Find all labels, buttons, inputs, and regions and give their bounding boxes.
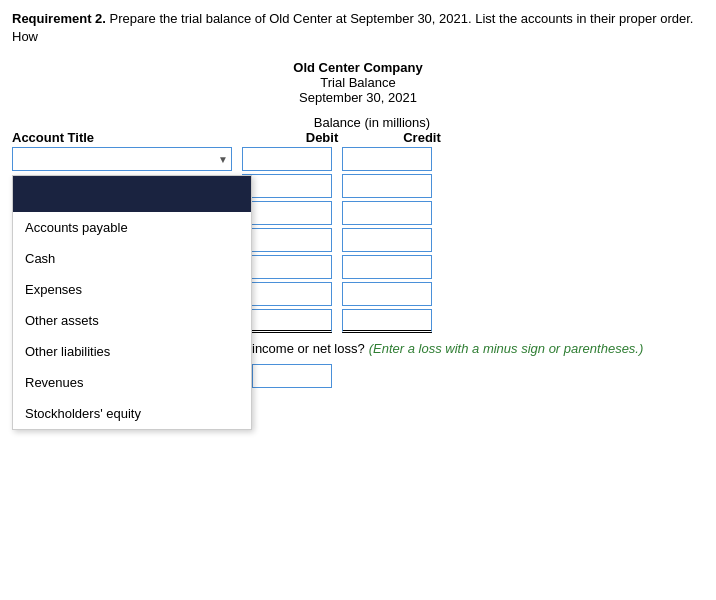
col-debit-header: Debit [272,130,372,145]
dropdown-item-expenses[interactable]: Expenses [13,274,251,305]
dropdown-item-accounts-payable[interactable]: Accounts payable [13,212,251,243]
dropdown-item-revenues[interactable]: Revenues [13,367,251,398]
dropdown-item-cash[interactable]: Cash [13,243,251,274]
credit-input-2[interactable] [342,174,432,198]
report-date: September 30, 2021 [12,90,704,105]
balance-label: Balance (in millions) [272,115,472,130]
dropdown-header [13,176,251,212]
net-income-hint: (Enter a loss with a minus sign or paren… [369,341,644,356]
table-section: ▼ Accounts payable Cash Expenses Other a… [12,147,704,388]
debit-input-4[interactable] [242,228,332,252]
credit-input-5[interactable] [342,255,432,279]
company-name: Old Center Company [12,60,704,75]
col-account-header: Account Title [12,130,272,145]
debit-input-5[interactable] [242,255,332,279]
debit-input-6[interactable] [242,282,332,306]
company-header: Old Center Company Trial Balance Septemb… [12,60,704,105]
credit-input-3[interactable] [342,201,432,225]
requirement-text: Requirement 2. Prepare the trial balance… [12,10,704,46]
debit-input-2[interactable] [242,174,332,198]
credit-input-7[interactable] [342,309,432,333]
account-select-wrapper-1[interactable]: ▼ [12,147,232,171]
column-headers: Account Title Debit Credit [12,130,704,145]
debit-input-3[interactable] [242,201,332,225]
col-credit-header: Credit [372,130,472,145]
report-title: Trial Balance [12,75,704,90]
account-dropdown[interactable]: Accounts payable Cash Expenses Other ass… [12,175,252,430]
dropdown-item-other-assets[interactable]: Other assets [13,305,251,336]
credit-input-1[interactable] [342,147,432,171]
requirement-body: Prepare the trial balance of Old Center … [12,11,693,44]
requirement-label: Requirement 2. [12,11,106,26]
dropdown-item-stockholders-equity[interactable]: Stockholders' equity [13,398,251,429]
net-income-input[interactable] [252,364,332,388]
dropdown-item-other-liabilities[interactable]: Other liabilities [13,336,251,367]
credit-input-4[interactable] [342,228,432,252]
account-select-1[interactable] [12,147,232,171]
debit-input-7[interactable] [242,309,332,333]
debit-input-1[interactable] [242,147,332,171]
net-income-section: income or net loss? (Enter a loss with a… [252,341,704,388]
table-row: ▼ [12,147,704,171]
net-income-prefix: income or net loss? [252,341,365,356]
credit-input-6[interactable] [342,282,432,306]
